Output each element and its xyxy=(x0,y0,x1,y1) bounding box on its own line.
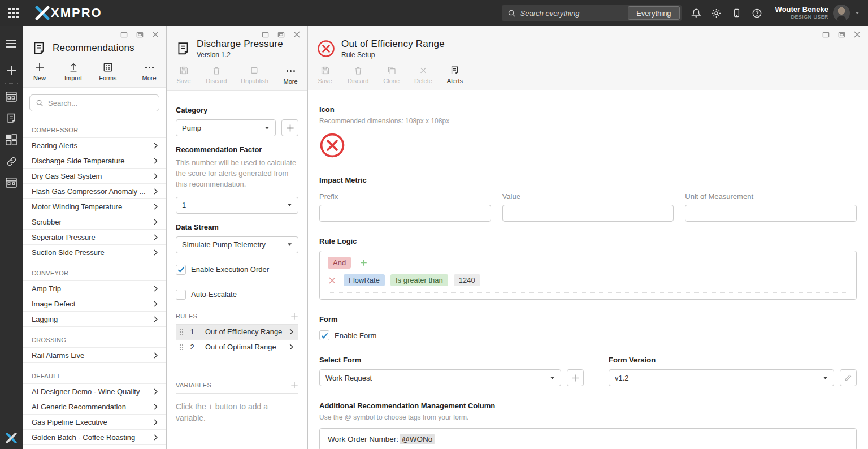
new-button[interactable]: New xyxy=(32,62,47,81)
forms-button[interactable]: Forms xyxy=(99,62,116,81)
add-category-button[interactable] xyxy=(281,119,298,136)
minimize-button[interactable] xyxy=(822,31,830,38)
restore-button[interactable] xyxy=(136,31,144,38)
recommendation-detail-panel: Discharge Pressure Version 1.2 Save Disc… xyxy=(167,26,308,449)
condition-field-chip[interactable]: FlowRate xyxy=(344,274,385,286)
list-item[interactable]: Discharge Side Temperature xyxy=(23,153,166,169)
arm-tag-chip[interactable]: @WONo xyxy=(400,434,435,444)
arm-input[interactable]: Work Order Number: @WONo xyxy=(319,428,857,449)
rule-row[interactable]: 2 Out of Optimal Range xyxy=(176,340,298,355)
enable-form-checkbox[interactable]: Enable Form xyxy=(319,330,857,340)
user-menu[interactable]: Wouter Beneke DESIGN USER xyxy=(775,5,860,21)
mobile-button[interactable] xyxy=(731,7,743,19)
unit-label: Unit of Measurement xyxy=(685,192,857,201)
list-item[interactable]: Golden Batch - Coffee Roasting xyxy=(23,430,166,445)
app-grid-button[interactable] xyxy=(6,5,21,21)
rail-connections-button[interactable] xyxy=(5,155,18,167)
close-button[interactable] xyxy=(151,31,159,38)
delete-button[interactable]: Delete xyxy=(414,66,432,84)
list-item[interactable]: Scrubber xyxy=(23,214,166,230)
checkbox-checked-icon xyxy=(176,265,186,275)
select-form-dropdown[interactable]: Work Request xyxy=(319,369,561,386)
add-form-button[interactable] xyxy=(567,369,584,386)
value-input[interactable] xyxy=(502,205,674,222)
search-input[interactable] xyxy=(516,9,628,18)
close-button[interactable] xyxy=(853,31,861,38)
restore-button[interactable] xyxy=(837,31,845,38)
prefix-input[interactable] xyxy=(319,205,491,222)
rule-row[interactable]: 1 Out of Efficiency Range xyxy=(176,325,298,340)
chevron-right-icon xyxy=(153,301,159,307)
new-button-label: New xyxy=(33,75,46,81)
rule-icon-preview[interactable] xyxy=(319,132,857,161)
help-button[interactable] xyxy=(752,7,763,19)
recommendations-panel: Recommendations New Import Forms More xyxy=(23,26,167,449)
list-item[interactable]: Suction Side Pressure xyxy=(23,245,166,260)
restore-button[interactable] xyxy=(277,31,285,38)
alerts-button[interactable]: Alerts xyxy=(447,66,463,84)
add-rule-button[interactable] xyxy=(290,312,298,320)
rail-recommendations-button[interactable] xyxy=(5,112,18,124)
list-item[interactable]: AI Generic Recommendation xyxy=(23,399,166,415)
drag-handle[interactable] xyxy=(179,329,184,335)
list-item[interactable]: Flash Gas Compressor Anomaly ... xyxy=(23,184,166,199)
list-item[interactable]: Motor Winding Temperature xyxy=(23,199,166,214)
condition-value-chip[interactable]: 1240 xyxy=(454,274,480,286)
list-item-label: Image Defect xyxy=(32,300,75,308)
more-button[interactable]: More xyxy=(283,66,298,85)
rail-app-designer-button[interactable] xyxy=(5,133,18,146)
settings-button[interactable] xyxy=(711,7,722,19)
form-version-dropdown[interactable]: v1.2 xyxy=(609,369,834,386)
save-button[interactable]: Save xyxy=(176,66,192,84)
factor-select[interactable]: 1 xyxy=(176,197,298,214)
datastream-select[interactable]: Simulate Pump Telemetry xyxy=(176,236,298,253)
list-item[interactable]: Gas Pipeline Executive xyxy=(23,415,166,430)
close-button[interactable] xyxy=(293,31,301,38)
save-button[interactable]: Save xyxy=(317,66,333,84)
unit-input[interactable] xyxy=(685,205,857,222)
list-item[interactable]: Lagging xyxy=(23,312,166,327)
rail-stream-designer-button[interactable] xyxy=(5,90,18,103)
add-variable-button[interactable] xyxy=(290,381,298,389)
more-icon xyxy=(145,62,154,72)
chevron-right-icon xyxy=(153,404,159,410)
condition-operator-chip[interactable]: Is greater than xyxy=(390,274,448,286)
unpublish-button[interactable]: Unpublish xyxy=(241,66,268,84)
bell-icon xyxy=(691,8,701,18)
recommendations-search-input[interactable] xyxy=(44,99,153,107)
more-button[interactable]: More xyxy=(141,62,157,81)
panel-title: Discharge Pressure xyxy=(197,38,283,50)
forms-icon xyxy=(103,62,113,72)
remove-condition-button[interactable] xyxy=(329,277,336,284)
minimize-button[interactable] xyxy=(261,31,269,38)
search-scope-button[interactable]: Everything xyxy=(628,6,679,20)
minimize-icon xyxy=(120,31,128,38)
list-item[interactable]: AI Designer Demo - Wine Quality xyxy=(23,384,166,399)
list-item[interactable]: Bearing Alerts xyxy=(23,138,166,153)
rail-add-button[interactable] xyxy=(5,64,18,76)
category-select[interactable]: Pump xyxy=(176,119,276,136)
add-condition-button[interactable] xyxy=(360,259,367,266)
list-item[interactable]: Seperator Pressure xyxy=(23,230,166,245)
chevron-right-icon xyxy=(153,188,159,195)
auto-escalate-checkbox[interactable]: Auto-Escalate xyxy=(176,290,298,300)
enable-execution-order-checkbox[interactable]: Enable Execution Order xyxy=(176,265,298,275)
import-button[interactable]: Import xyxy=(64,62,82,81)
logic-operator-chip[interactable]: And xyxy=(328,257,351,269)
clone-button[interactable]: Clone xyxy=(383,66,400,84)
notifications-button[interactable] xyxy=(691,7,702,19)
hamburger-menu-button[interactable] xyxy=(5,37,18,50)
unpublish-icon xyxy=(250,66,259,75)
edit-form-button[interactable] xyxy=(840,369,857,386)
stream-designer-icon xyxy=(6,92,17,102)
list-item-label: Golden Batch - Coffee Roasting xyxy=(32,433,135,442)
discard-button[interactable]: Discard xyxy=(348,66,368,84)
list-item[interactable]: Rail Alarms Live xyxy=(23,348,166,363)
list-item[interactable]: Image Defect xyxy=(23,296,166,312)
discard-button[interactable]: Discard xyxy=(206,66,227,84)
minimize-button[interactable] xyxy=(120,31,128,38)
drag-handle[interactable] xyxy=(179,344,184,351)
list-item[interactable]: Dry Gas Seal System xyxy=(23,169,166,184)
rail-forms-button[interactable] xyxy=(5,176,18,189)
list-item[interactable]: Amp Trip xyxy=(23,281,166,296)
